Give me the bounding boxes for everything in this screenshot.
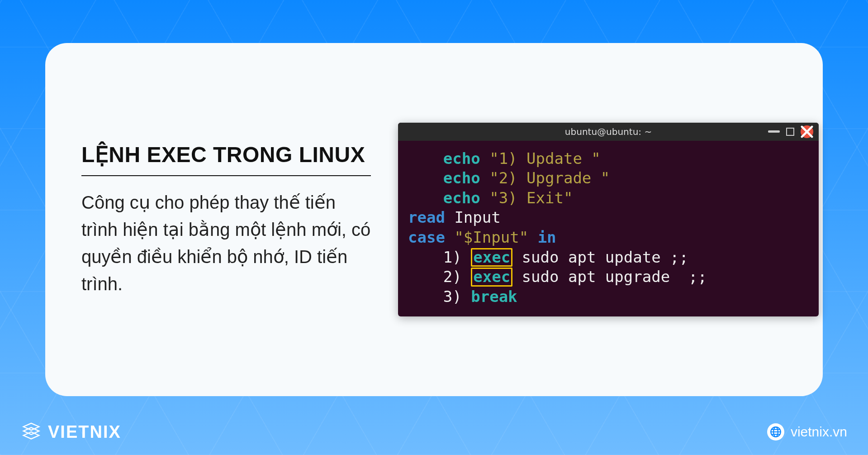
string-literal: "3) Exit"	[489, 189, 573, 207]
string-literal: "1) Update "	[489, 149, 601, 168]
highlight-box: exec	[471, 268, 512, 287]
text-column: LỆNH EXEC TRONG LINUX Công cụ cho phép t…	[81, 142, 371, 297]
keyword-read: read	[408, 208, 445, 226]
keyword-exec: exec	[473, 268, 510, 286]
card-description: Công cụ cho phép thay thế tiến trình hiệ…	[81, 189, 371, 297]
command-text: sudo apt update ;;	[512, 248, 688, 266]
info-card: LỆNH EXEC TRONG LINUX Công cụ cho phép t…	[45, 43, 823, 396]
terminal-titlebar: ubuntu@ubuntu: ~	[398, 123, 819, 141]
terminal-body: echo "1) Update " echo "2) Upgrade " ech…	[398, 141, 819, 316]
terminal-title: ubuntu@ubuntu: ~	[398, 126, 819, 137]
keyword-exec: exec	[473, 248, 510, 266]
variable: "$Input"	[454, 228, 528, 246]
window-controls	[768, 125, 813, 138]
keyword-echo: echo	[443, 169, 480, 187]
close-icon[interactable]	[801, 125, 813, 138]
keyword-echo: echo	[443, 189, 480, 207]
card-title: LỆNH EXEC TRONG LINUX	[81, 142, 371, 176]
terminal-window: ubuntu@ubuntu: ~ echo "1) Update " echo …	[398, 123, 819, 316]
minimize-icon[interactable]	[768, 130, 780, 133]
terminal-column: ubuntu@ubuntu: ~ echo "1) Update " echo …	[398, 123, 819, 316]
site-url: vietnix.vn	[791, 424, 847, 440]
globe-icon	[767, 423, 784, 441]
string-literal: "2) Upgrade "	[489, 169, 610, 187]
keyword-echo: echo	[443, 149, 480, 168]
stack-cube-icon	[21, 421, 42, 442]
identifier: Input	[454, 208, 500, 226]
case-number: 3	[443, 287, 452, 306]
keyword-break: break	[471, 287, 517, 306]
brand-logo: VIETNIX	[21, 421, 121, 442]
highlight-box: exec	[471, 248, 512, 267]
site-link[interactable]: vietnix.vn	[767, 423, 847, 441]
maximize-icon[interactable]	[786, 128, 794, 136]
command-text: sudo apt upgrade ;;	[512, 268, 707, 286]
keyword-case: case	[408, 228, 445, 246]
case-number: 1	[443, 248, 452, 266]
keyword-in: in	[538, 228, 556, 246]
brand-name: VIETNIX	[48, 422, 121, 442]
case-number: 2	[443, 268, 452, 286]
footer: VIETNIX vietnix.vn	[0, 421, 868, 442]
